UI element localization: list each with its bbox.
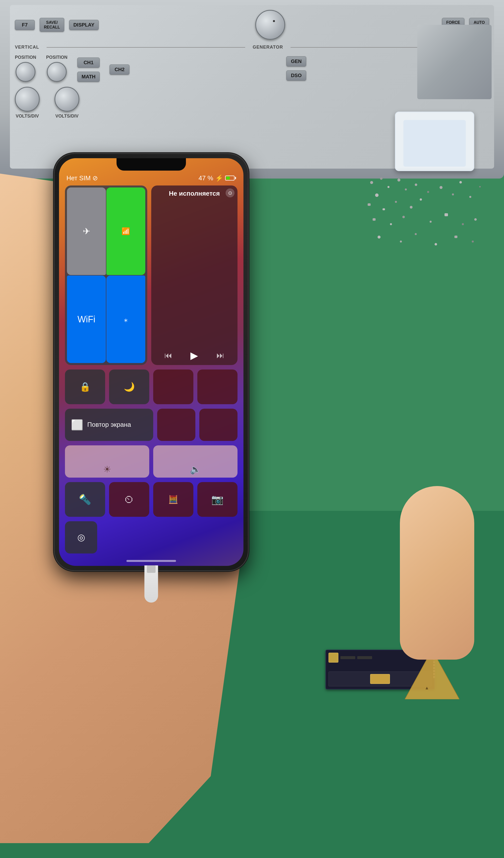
timer-icon: ⏲: [124, 494, 134, 505]
iphone-device: Нет SIM ⊘ 47 % ⚡: [54, 154, 248, 570]
calculator-icon: 🧮: [168, 495, 178, 504]
battery-percent-text: 47 %: [199, 174, 213, 182]
osc-dso-button[interactable]: DSO: [286, 70, 306, 81]
cc-dark-tile-2[interactable]: [197, 369, 238, 404]
cc-row-1: ✈ 📶 WiFi ⁎: [65, 186, 238, 365]
osc-ch2-button[interactable]: CH2: [110, 64, 129, 75]
volume-slider[interactable]: 🔈: [153, 445, 238, 478]
plastic-container: [395, 112, 474, 171]
position-label-1: POSITION: [15, 55, 36, 60]
battery-charging-icon: ⚡: [215, 174, 223, 182]
status-carrier: Нет SIM ⊘: [66, 174, 98, 182]
osc-f7-button[interactable]: F7: [15, 20, 35, 30]
screen-mirror-label: Повтор экрана: [87, 420, 131, 429]
lightning-connector: [147, 566, 156, 573]
screen-mirror-button[interactable]: ⬜ Повтор экрана: [65, 409, 153, 441]
wifi-button[interactable]: WiFi: [67, 275, 106, 363]
rotation-lock-icon: 🔒: [80, 382, 91, 392]
cellular-button[interactable]: 📶: [107, 188, 145, 275]
screen-mirror-icon: ⬜: [71, 419, 83, 431]
airplay-icon: ⊙: [228, 190, 232, 196]
music-title: Не исполняется: [155, 189, 233, 198]
carrier-text: Нет SIM ⊘: [66, 174, 98, 182]
music-controls: ⏮ ▶ ⏭: [155, 350, 233, 361]
prev-track-button[interactable]: ⏮: [164, 351, 172, 360]
svg-text:▲: ▲: [425, 685, 429, 690]
osc-gen-button[interactable]: GEN: [286, 56, 306, 66]
osc-ch1-button[interactable]: CH1: [77, 58, 100, 68]
flashlight-button[interactable]: 🔦: [65, 482, 105, 517]
bluetooth-button[interactable]: ⁎: [107, 275, 145, 363]
bluetooth-icon: ⁎: [124, 315, 128, 323]
do-not-disturb-button[interactable]: 🌙: [109, 369, 149, 404]
camera-icon: 📷: [211, 494, 224, 505]
osc-math-button[interactable]: MATH: [77, 72, 100, 82]
osc-voltsdiv-knob-1[interactable]: [15, 87, 40, 112]
iphone-body: Нет SIM ⊘ 47 % ⚡: [54, 154, 248, 570]
wallet-nfc-icon: ◎: [77, 532, 85, 543]
status-bar: Нет SIM ⊘ 47 % ⚡: [66, 172, 236, 184]
lightning-cable: [145, 566, 158, 603]
cellular-icon: 📶: [121, 227, 130, 235]
status-battery: 47 % ⚡: [199, 174, 236, 182]
osc-display-button[interactable]: DISPLAY: [69, 20, 99, 30]
vertical-label: VERTICAL: [15, 45, 39, 50]
cc-row-2: 🔒 🌙: [65, 369, 238, 404]
iphone-screen[interactable]: Нет SIM ⊘ 47 % ⚡: [59, 158, 243, 566]
voltsdiv-label-2: VOLTS/DIV: [55, 114, 79, 119]
osc-main-knob[interactable]: [255, 10, 285, 40]
bottom-row: 🔦 ⏲ 🧮 📷: [65, 482, 238, 517]
volume-icon: 🔈: [190, 464, 201, 475]
osc-position-knob-2[interactable]: [47, 62, 67, 82]
last-row: ◎: [65, 521, 238, 554]
metal-tin: [417, 25, 492, 99]
osc-position-knob-1[interactable]: [16, 62, 35, 82]
camera-button[interactable]: 📷: [197, 482, 238, 517]
generator-label: GENERATOR: [253, 45, 283, 50]
slider-row: ☀ 🔈: [65, 445, 238, 478]
mirror-dark-tile-2[interactable]: [199, 409, 238, 441]
play-button[interactable]: ▶: [190, 350, 198, 361]
screen-rotation-button[interactable]: 🔒: [65, 369, 105, 404]
iphone-notch: [116, 158, 186, 171]
voltsdiv-label-1: VOLTS/DIV: [16, 114, 39, 119]
osc-save-button[interactable]: SAVE/RECALL: [40, 18, 64, 32]
wallet-button[interactable]: ◎: [65, 521, 97, 554]
thumb-right: [400, 486, 474, 660]
wifi-icon: WiFi: [78, 314, 95, 324]
battery-icon: [225, 176, 236, 180]
brightness-slider[interactable]: ☀: [65, 445, 149, 478]
calculator-button[interactable]: 🧮: [153, 482, 193, 517]
brightness-icon: ☀: [103, 464, 111, 475]
connectivity-block: ✈ 📶 WiFi ⁎: [65, 186, 147, 365]
airplane-icon: ✈: [83, 226, 90, 237]
mirror-dark-tile-1[interactable]: [157, 409, 195, 441]
mirror-row: ⬜ Повтор экрана: [65, 409, 238, 441]
cc-dark-tile-1[interactable]: [153, 369, 193, 404]
flashlight-icon: 🔦: [79, 494, 91, 505]
home-indicator: [127, 560, 176, 562]
position-label-2: POSITION: [46, 55, 67, 60]
screws-scatter-area: [365, 174, 489, 322]
moon-icon: 🌙: [124, 382, 135, 392]
next-track-button[interactable]: ⏭: [216, 351, 224, 360]
airplay-button[interactable]: ⊙: [226, 189, 234, 197]
music-player-block: ⊙ Не исполняется ⏮ ▶ ⏭: [151, 186, 238, 365]
airplane-mode-button[interactable]: ✈: [67, 188, 106, 275]
osc-voltsdiv-knob-2[interactable]: [54, 87, 79, 112]
control-center: ✈ 📶 WiFi ⁎: [65, 186, 238, 554]
timer-button[interactable]: ⏲: [109, 482, 149, 517]
